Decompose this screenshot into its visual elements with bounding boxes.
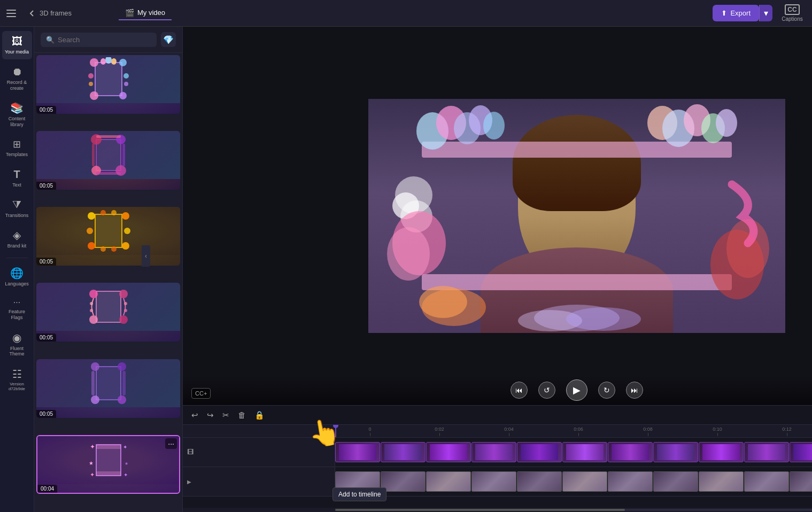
timeline-clip[interactable] xyxy=(517,442,562,462)
ruler-mark: 0:12 xyxy=(752,426,812,436)
frame-duration: 00:04 xyxy=(37,485,57,493)
svg-point-34 xyxy=(119,290,128,298)
back-button[interactable]: 3D frames xyxy=(28,9,72,18)
track-label-frames: 🎞 xyxy=(183,438,335,467)
sidebar-item-templates[interactable]: ⊞ Templates xyxy=(2,134,32,162)
sidebar-item-your-media[interactable]: 🖼 Your media xyxy=(2,31,32,59)
frame-item[interactable]: 00:05 xyxy=(36,283,180,342)
search-input[interactable] xyxy=(58,36,151,44)
timeline-scrollbar[interactable] xyxy=(183,508,812,512)
svg-point-36 xyxy=(119,315,128,324)
svg-text:★: ★ xyxy=(125,461,128,466)
track-content-video[interactable] xyxy=(335,467,812,496)
timeline-clip[interactable] xyxy=(790,442,812,462)
timeline-clip[interactable] xyxy=(426,442,471,462)
timeline-clip[interactable] xyxy=(699,442,744,462)
skip-back-start-button[interactable]: ⏮ xyxy=(511,382,528,399)
undo-button[interactable]: ↩ xyxy=(189,409,200,421)
text-icon: T xyxy=(13,168,20,181)
ruler-mark: 0:06 xyxy=(544,426,613,436)
timeline-clip[interactable] xyxy=(335,442,380,462)
timeline-clip[interactable] xyxy=(471,442,516,462)
cc-button[interactable]: CC+ xyxy=(191,388,211,399)
svg-rect-47 xyxy=(122,371,126,395)
frame-item[interactable]: 00:05 xyxy=(36,55,180,114)
lock-button[interactable]: 🔒 xyxy=(252,409,267,421)
svg-rect-46 xyxy=(91,371,95,395)
left-panel: 🔍 💎 xyxy=(34,27,183,512)
svg-point-45 xyxy=(118,395,126,404)
svg-rect-21 xyxy=(95,214,122,247)
svg-point-44 xyxy=(91,395,99,404)
svg-rect-12 xyxy=(96,139,121,170)
sidebar-item-brand-kit[interactable]: ◈ Brand kit xyxy=(2,224,32,253)
video-frame-thumb[interactable] xyxy=(517,471,562,492)
svg-point-23 xyxy=(122,212,129,220)
frame-preview-3 xyxy=(84,208,133,254)
frame-preview-2 xyxy=(84,133,133,178)
sidebar-item-transitions[interactable]: ⧩ Transitions xyxy=(2,195,32,223)
sidebar-item-record-create[interactable]: ⏺ Record & create xyxy=(2,61,32,96)
video-frame-thumb[interactable] xyxy=(471,471,516,492)
video-frame-thumb[interactable] xyxy=(335,471,380,492)
svg-rect-41 xyxy=(96,367,121,400)
video-tab-icon: 🎬 xyxy=(125,9,134,17)
track-label-video: ▶ xyxy=(183,467,335,496)
sidebar-item-feature-flags[interactable]: ··· Feature Flags xyxy=(2,293,32,325)
video-frame-thumb[interactable] xyxy=(562,471,607,492)
frame-options-button[interactable]: ··· xyxy=(165,438,177,449)
search-box[interactable]: 🔍 xyxy=(41,33,157,47)
svg-point-30 xyxy=(100,246,106,252)
frame-item[interactable]: 00:05 xyxy=(36,207,180,266)
svg-point-29 xyxy=(111,210,117,215)
skip-end-button[interactable]: ⏭ xyxy=(626,382,643,399)
sidebar-item-content-library[interactable]: 📚 Content library xyxy=(2,97,32,132)
video-frame-thumb[interactable] xyxy=(653,471,698,492)
timeline-clip[interactable] xyxy=(608,442,653,462)
premium-badge[interactable]: 💎 xyxy=(161,32,176,47)
sidebar-item-fluent-theme[interactable]: ◉ Fluent Theme xyxy=(2,327,32,362)
video-frame-thumb[interactable] xyxy=(426,471,471,492)
video-frame-thumb[interactable] xyxy=(608,471,653,492)
sidebar-item-version[interactable]: ☷ Versiond72b9de xyxy=(2,363,32,396)
frame-duration: 00:05 xyxy=(36,182,56,190)
video-frame-thumb[interactable] xyxy=(699,471,744,492)
svg-text:✦: ✦ xyxy=(90,443,95,451)
video-frame-thumb[interactable] xyxy=(790,471,812,492)
captions-button[interactable]: CC Captions xyxy=(779,4,806,22)
frame-item[interactable]: 00:05 xyxy=(36,359,180,418)
ruler-mark: 0 xyxy=(335,426,405,436)
video-frame-thumb[interactable] xyxy=(381,471,426,492)
panel-header: 🔍 💎 xyxy=(34,27,182,53)
tab-my-video[interactable]: 🎬 My video xyxy=(119,6,172,20)
timeline-clip[interactable] xyxy=(744,442,789,462)
hamburger-menu[interactable] xyxy=(6,7,19,20)
svg-text:✦: ✦ xyxy=(90,471,95,478)
play-pause-button[interactable]: ▶ xyxy=(566,379,587,401)
sidebar-item-text[interactable]: T Text xyxy=(2,164,32,192)
svg-point-24 xyxy=(88,242,95,250)
page-title: 3D frames xyxy=(40,9,72,17)
cut-button[interactable]: ✂ xyxy=(220,409,231,421)
panel-collapse-arrow[interactable]: ‹ xyxy=(142,245,150,267)
frame-item[interactable]: 00:05 xyxy=(36,131,180,190)
redo-button[interactable]: ↪ xyxy=(205,409,216,421)
timeline-clip[interactable] xyxy=(381,442,426,462)
transitions-icon: ⧩ xyxy=(12,199,21,211)
track-row-frames: 🎞 xyxy=(183,438,812,467)
playhead[interactable] xyxy=(335,425,336,437)
frame-item-active[interactable]: ✦ ✦ ★ ★ ✦ ✦ 00:04 ··· xyxy=(36,435,180,494)
fast-forward-button[interactable]: ↻ xyxy=(598,382,615,399)
rewind-button[interactable]: ↺ xyxy=(538,382,555,399)
export-button[interactable]: ⬆ Export xyxy=(713,5,759,21)
playback-controls: CC+ ⏮ ↺ ▶ ↻ ⏭ ⛶ xyxy=(183,375,812,405)
export-dropdown-arrow[interactable]: ▾ xyxy=(759,5,772,21)
timeline-clip[interactable] xyxy=(653,442,698,462)
delete-button[interactable]: 🗑 xyxy=(236,409,248,421)
track-content-frames[interactable] xyxy=(335,438,812,467)
svg-point-33 xyxy=(89,290,98,298)
svg-point-2 xyxy=(119,59,127,66)
sidebar-item-languages[interactable]: 🌐 Languages xyxy=(2,262,32,291)
video-frame-thumb[interactable] xyxy=(744,471,789,492)
timeline-clip[interactable] xyxy=(562,442,607,462)
